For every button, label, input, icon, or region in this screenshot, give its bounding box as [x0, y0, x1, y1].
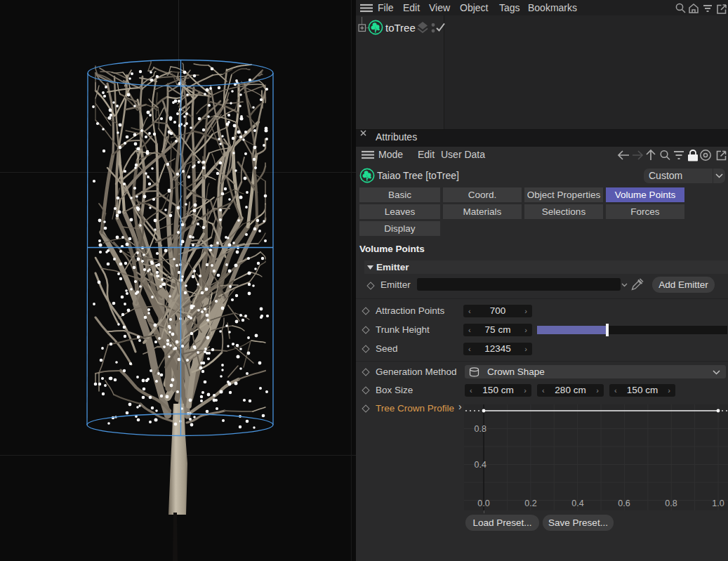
- svg-text:0.4: 0.4: [475, 460, 487, 470]
- svg-text:0.6: 0.6: [618, 499, 630, 508]
- svg-text:0.8: 0.8: [475, 424, 487, 434]
- svg-text:1.0: 1.0: [712, 499, 724, 508]
- svg-text:0.4: 0.4: [571, 499, 583, 508]
- svg-text:0.8: 0.8: [665, 499, 677, 508]
- svg-text:0.2: 0.2: [524, 499, 536, 508]
- svg-text:0.0: 0.0: [477, 499, 489, 508]
